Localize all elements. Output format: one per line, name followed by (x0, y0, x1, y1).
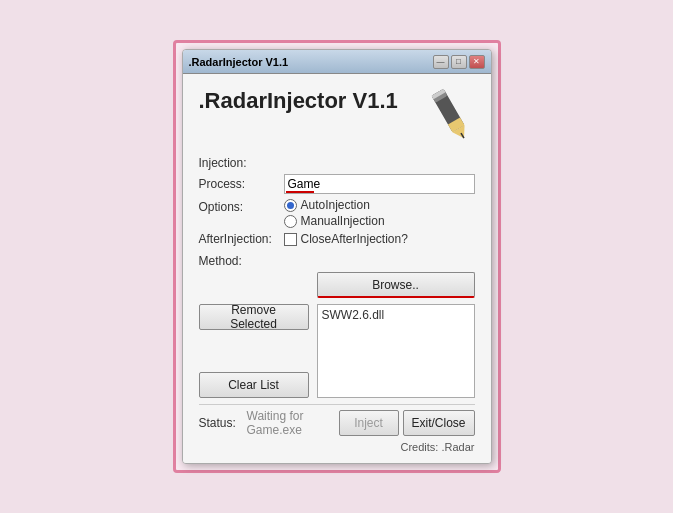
maximize-button[interactable]: □ (451, 55, 467, 69)
status-text: Waiting for Game.exe (247, 409, 339, 437)
right-col: Browse.. SWW2.6.dll (317, 272, 475, 398)
method-label: Method: (199, 254, 475, 268)
action-buttons: Inject Exit/Close (339, 410, 475, 436)
after-injection-row: AfterInjection: CloseAfterInjection? (199, 232, 475, 246)
clear-list-button[interactable]: Clear List (199, 372, 309, 398)
remove-selected-button[interactable]: Remove Selected (199, 304, 309, 330)
minimize-button[interactable]: — (433, 55, 449, 69)
exit-button[interactable]: Exit/Close (403, 410, 475, 436)
auto-injection-radio[interactable] (284, 199, 297, 212)
method-body: Remove Selected Clear List Browse.. SWW2… (199, 272, 475, 398)
browse-button[interactable]: Browse.. (317, 272, 475, 298)
process-input-wrap (284, 174, 475, 194)
window-controls: — □ ✕ (433, 55, 485, 69)
window-title: .RadarInjector V1.1 (189, 56, 289, 68)
options-row: Options: AutoInjection ManualInjection (199, 198, 475, 228)
injection-label: Injection: (199, 156, 284, 170)
auto-injection-radio-row[interactable]: AutoInjection (284, 198, 385, 212)
app-window: .RadarInjector V1.1 — □ ✕ .RadarInjector… (182, 49, 492, 464)
pencil-icon (425, 84, 475, 144)
manual-injection-label: ManualInjection (301, 214, 385, 228)
close-after-checkbox[interactable] (284, 233, 297, 246)
injection-row: Injection: (199, 156, 475, 170)
method-section: Method: Remove Selected Clear List Brows… (199, 254, 475, 398)
manual-injection-radio[interactable] (284, 215, 297, 228)
manual-injection-radio-row[interactable]: ManualInjection (284, 214, 385, 228)
credits: Credits: .Radar (199, 441, 475, 453)
process-row: Process: (199, 174, 475, 194)
header-area: .RadarInjector V1.1 (199, 84, 475, 144)
outer-border: .RadarInjector V1.1 — □ ✕ .RadarInjector… (173, 40, 501, 473)
auto-injection-label: AutoInjection (301, 198, 370, 212)
options-label: Options: (199, 200, 284, 214)
inject-button[interactable]: Inject (339, 410, 399, 436)
after-injection-label: AfterInjection: (199, 232, 284, 246)
dll-list-item: SWW2.6.dll (322, 307, 470, 323)
close-after-wrap: CloseAfterInjection? (284, 232, 408, 246)
status-label: Status: (199, 416, 247, 430)
status-bar: Status: Waiting for Game.exe Inject Exit… (199, 404, 475, 439)
main-content: .RadarInjector V1.1 Injection: (183, 74, 491, 463)
close-button[interactable]: ✕ (469, 55, 485, 69)
app-title: .RadarInjector V1.1 (199, 88, 398, 114)
dll-list[interactable]: SWW2.6.dll (317, 304, 475, 398)
process-label: Process: (199, 177, 284, 191)
close-after-label: CloseAfterInjection? (301, 232, 408, 246)
spell-underline (286, 191, 314, 193)
left-col: Remove Selected Clear List (199, 272, 309, 398)
title-bar: .RadarInjector V1.1 — □ ✕ (183, 50, 491, 74)
radio-group: AutoInjection ManualInjection (284, 198, 385, 228)
